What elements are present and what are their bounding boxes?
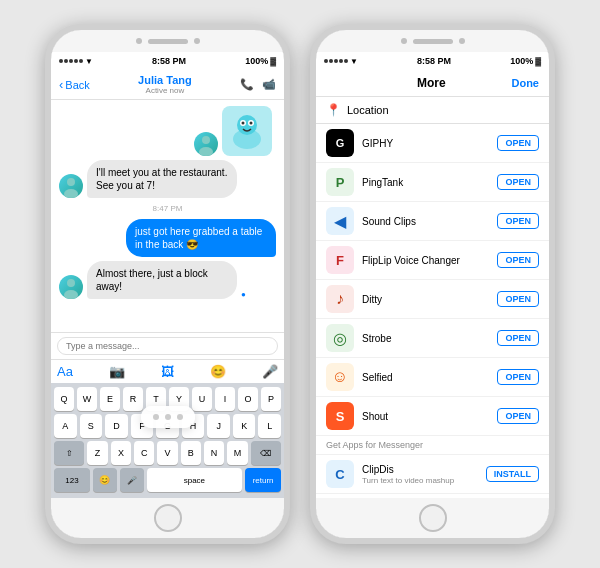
contact-status: Active now — [138, 86, 192, 95]
app-name-pingtank: PingTank — [362, 177, 489, 188]
app-icon-clipdis: C — [326, 460, 354, 488]
location-label: Location — [347, 104, 389, 116]
status-right-right: 100% ▓ — [510, 56, 541, 66]
key-mic-kb[interactable]: 🎤 — [120, 468, 144, 492]
open-btn-selfied[interactable]: OPEN — [497, 369, 539, 385]
toolbar: Aa 📷 🖼 😊 🎤 — [51, 359, 284, 383]
app-info-selfied: Selfied — [362, 372, 489, 383]
wifi-icon-right: ▼ — [350, 57, 358, 66]
home-button-right[interactable] — [419, 504, 447, 532]
sticker-row — [59, 106, 276, 156]
key-space[interactable]: space — [147, 468, 243, 492]
phone-top-left — [51, 30, 284, 52]
key-o[interactable]: O — [238, 387, 258, 411]
msg-row-incoming-1: I'll meet you at the restaurant. See you… — [59, 160, 276, 198]
app-icon-selfied: ☺ — [326, 363, 354, 391]
key-z[interactable]: Z — [87, 441, 107, 465]
app-icon-shout: S — [326, 402, 354, 430]
open-btn-strobe[interactable]: OPEN — [497, 330, 539, 346]
key-u[interactable]: U — [192, 387, 212, 411]
svg-point-0 — [202, 136, 210, 144]
app-name-fliplip: FlipLip Voice Changer — [362, 255, 489, 266]
open-btn-soundclips[interactable]: OPEN — [497, 213, 539, 229]
msg-row-incoming-2: Almost there, just a block away! ● — [59, 261, 276, 299]
app-info-pingtank: PingTank — [362, 177, 489, 188]
key-return[interactable]: return — [245, 468, 281, 492]
key-i[interactable]: I — [215, 387, 235, 411]
apps-list: G GIPHY OPEN P PingTank OPEN ◀ Sound Cli… — [316, 124, 549, 498]
open-btn-pingtank[interactable]: OPEN — [497, 174, 539, 190]
install-btn-clipdis[interactable]: INSTALL — [486, 466, 539, 482]
message-input[interactable] — [57, 337, 278, 355]
key-backspace[interactable]: ⌫ — [251, 441, 281, 465]
svg-point-10 — [67, 279, 75, 287]
key-c[interactable]: C — [134, 441, 154, 465]
key-p[interactable]: P — [261, 387, 281, 411]
video-icon[interactable]: 📹 — [262, 78, 276, 91]
svg-point-3 — [237, 115, 257, 135]
open-btn-ditty[interactable]: OPEN — [497, 291, 539, 307]
key-a[interactable]: A — [54, 414, 77, 438]
app-icon-fliplip: F — [326, 246, 354, 274]
open-btn-shout[interactable]: OPEN — [497, 408, 539, 424]
back-button[interactable]: ‹ Back — [59, 77, 90, 92]
back-chevron-icon: ‹ — [59, 77, 63, 92]
key-shift[interactable]: ⇧ — [54, 441, 84, 465]
speaker-right — [413, 39, 453, 44]
keyboard: Q W E R T Y U I O P A S D F G H J K L — [51, 383, 284, 498]
section-label: Get Apps for Messenger — [316, 436, 549, 455]
phone-content-left: ‹ Back Julia Tang Active now 📞 📹 — [51, 70, 284, 498]
key-m[interactable]: M — [227, 441, 247, 465]
camera-toolbar-icon[interactable]: 📷 — [109, 364, 125, 379]
right-phone: ▼ 8:58 PM 100% ▓ More More Done 📍 Locati… — [310, 24, 555, 544]
back-label: Back — [65, 79, 89, 91]
mic-icon[interactable]: 🎤 — [262, 364, 278, 379]
text-style-icon[interactable]: Aa — [57, 364, 73, 379]
dot-1 — [153, 414, 159, 420]
more-popup[interactable] — [141, 406, 195, 428]
key-v[interactable]: V — [157, 441, 177, 465]
open-btn-fliplip[interactable]: OPEN — [497, 252, 539, 268]
key-e[interactable]: E — [100, 387, 120, 411]
keyboard-row-4: 123 😊 🎤 space return — [54, 468, 281, 492]
sensor-right — [459, 38, 465, 44]
key-r[interactable]: R — [123, 387, 143, 411]
open-btn-giphy[interactable]: OPEN — [497, 135, 539, 151]
home-button-left[interactable] — [154, 504, 182, 532]
key-x[interactable]: X — [111, 441, 131, 465]
contact-name: Julia Tang — [138, 74, 192, 86]
battery-right: 100% — [510, 56, 533, 66]
key-j[interactable]: J — [207, 414, 230, 438]
app-name-clipdis: ClipDis — [362, 464, 478, 475]
avatar-1 — [59, 174, 83, 198]
sensor-left — [194, 38, 200, 44]
avatar-2 — [59, 275, 83, 299]
key-123[interactable]: 123 — [54, 468, 90, 492]
key-n[interactable]: N — [204, 441, 224, 465]
svg-point-6 — [241, 121, 244, 124]
time-left: 8:58 PM — [152, 56, 186, 66]
key-k[interactable]: K — [233, 414, 256, 438]
app-item-clipdis: C ClipDis Turn text to video mashup INST… — [316, 455, 549, 494]
key-b[interactable]: B — [181, 441, 201, 465]
key-l[interactable]: L — [258, 414, 281, 438]
key-q[interactable]: Q — [54, 387, 74, 411]
keyboard-row-3: ⇧ Z X C V B N M ⌫ — [54, 441, 281, 465]
status-bar-right: ▼ 8:58 PM 100% ▓ — [316, 52, 549, 70]
delivered-icon: ● — [241, 290, 246, 299]
call-icon[interactable]: 📞 — [240, 78, 254, 91]
svg-point-11 — [64, 290, 78, 299]
emoji-icon[interactable]: 😊 — [210, 364, 226, 379]
signal-dots — [59, 59, 83, 63]
status-right-left: ▼ — [324, 57, 358, 66]
battery-icon-right: ▓ — [535, 57, 541, 66]
key-d[interactable]: D — [105, 414, 128, 438]
header-center: Julia Tang Active now — [138, 74, 192, 95]
done-button[interactable]: Done — [511, 77, 539, 89]
key-emoji-kb[interactable]: 😊 — [93, 468, 117, 492]
key-w[interactable]: W — [77, 387, 97, 411]
app-item-soundclips: ◀ Sound Clips OPEN — [316, 202, 549, 241]
photo-toolbar-icon[interactable]: 🖼 — [161, 364, 174, 379]
wifi-icon: ▼ — [85, 57, 93, 66]
key-s[interactable]: S — [80, 414, 103, 438]
